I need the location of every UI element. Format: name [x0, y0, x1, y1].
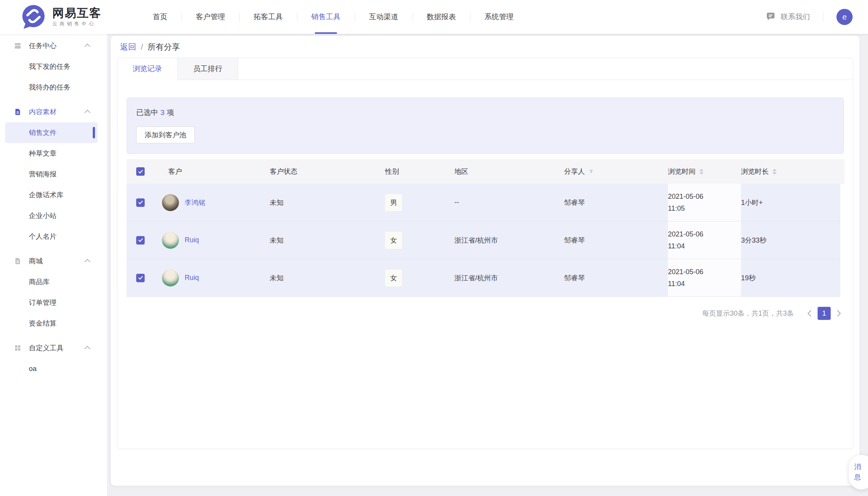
scrollbar-gutter [840, 159, 845, 184]
cell-duration: 1小时+ [741, 184, 840, 221]
table-row: Ruiq 未知 女 浙江省/杭州市 邹睿琴 2021-05-0611:04 3分… [127, 221, 845, 259]
logo-subtitle: 云商销售中心 [52, 21, 102, 27]
column-header-view-time[interactable]: 浏览时间 [668, 159, 741, 184]
app-header: 网易互客 云商销售中心 首页 客户管理 拓客工具 销售工具 互动渠道 数据报表 … [0, 0, 868, 34]
contact-us-button[interactable]: 联系我们 [766, 12, 810, 23]
sidebar-item-label: 销售文件 [29, 128, 57, 137]
tab-content: 已选中3项 添加到客户池 客户 客户状态 性别 地区 [117, 80, 853, 320]
nav-item-home[interactable]: 首页 [139, 0, 182, 34]
user-avatar[interactable]: e [836, 9, 853, 25]
customer-name-link[interactable]: Ruiq [185, 274, 199, 282]
sidebar-group-custom-tools[interactable]: 自定义工具 [0, 338, 107, 358]
cell-sharer: 邹睿琴 [564, 184, 668, 221]
cell-duration: 3分33秒 [741, 221, 840, 259]
view-clock: 11:04 [668, 240, 741, 252]
nav-item-customer-management[interactable]: 客户管理 [182, 0, 239, 34]
select-all-checkbox[interactable] [136, 167, 145, 176]
sidebar-group-task-center[interactable]: 任务中心 [0, 35, 107, 56]
sort-asc-icon[interactable] [773, 169, 776, 171]
sidebar-item-my-todo-tasks[interactable]: 我待办的任务 [0, 77, 107, 98]
column-label: 分享人 [564, 167, 585, 176]
logo-text: 网易互客 云商销售中心 [52, 7, 102, 27]
scrollbar-gutter [840, 184, 845, 221]
row-checkbox[interactable] [136, 236, 145, 245]
page-icon [14, 257, 22, 265]
sidebar-item-my-assigned-tasks[interactable]: 我下发的任务 [0, 56, 107, 77]
chevron-up-icon [84, 43, 90, 50]
sort-desc-icon[interactable] [699, 172, 703, 175]
column-label: 浏览时长 [741, 167, 769, 176]
chat-bubble-icon [766, 12, 775, 23]
sidebar-item-personal-card[interactable]: 个人名片 [0, 226, 107, 247]
cell-sharer: 邹睿琴 [564, 259, 668, 297]
tab-employee-ranking[interactable]: 员工排行 [178, 58, 238, 80]
sidebar-group-label: 自定义工具 [29, 343, 63, 353]
view-clock: 11:05 [668, 203, 741, 215]
sidebar-item-wecom-scripts[interactable]: 企微话术库 [0, 185, 107, 205]
nav-item-system-management[interactable]: 系统管理 [470, 0, 528, 34]
nav-item-sales-tools[interactable]: 销售工具 [297, 0, 355, 34]
nav-item-label: 销售工具 [311, 12, 341, 22]
gender-chip: 女 [385, 270, 402, 286]
selection-prefix: 已选中 [136, 108, 158, 117]
tab-browse-records[interactable]: 浏览记录 [117, 58, 178, 80]
document-icon [14, 108, 22, 116]
sidebar-item-oa[interactable]: oa [0, 358, 107, 379]
sidebar-group-label: 商城 [29, 256, 43, 266]
sidebar-item-product-library[interactable]: 商品库 [0, 271, 107, 292]
current-page-button[interactable]: 1 [818, 307, 831, 320]
customer-name-link[interactable]: Ruiq [185, 236, 199, 244]
logo-title: 网易互客 [52, 7, 102, 19]
view-clock: 11:04 [668, 278, 741, 290]
sort-icons[interactable] [773, 169, 776, 175]
nav-item-data-reports[interactable]: 数据报表 [412, 0, 470, 34]
filter-icon[interactable] [589, 169, 594, 174]
selection-suffix: 项 [167, 108, 174, 117]
sidebar-group-label: 任务中心 [29, 41, 57, 50]
nav-item-interaction-channels[interactable]: 互动渠道 [355, 0, 412, 34]
table-row: 李鸿铭 未知 男 -- 邹睿琴 2021-05-0611:05 1小时+ [127, 184, 845, 221]
back-link[interactable]: 返回 [120, 42, 136, 52]
column-header-status: 客户状态 [270, 159, 385, 184]
sidebar-item-fund-settlement[interactable]: 资金结算 [0, 313, 107, 334]
next-page-button[interactable] [835, 308, 844, 319]
column-header-region: 地区 [454, 159, 564, 184]
pagination: 每页显示30条，共1页，共3条 1 [127, 307, 844, 320]
row-checkbox[interactable] [136, 198, 145, 207]
customer-name-link[interactable]: 李鸿铭 [185, 198, 205, 207]
prev-page-button[interactable] [805, 308, 814, 319]
column-header-sharer: 分享人 [564, 159, 668, 184]
tab-bar: 浏览记录 员工排行 [117, 58, 853, 80]
sidebar-item-company-site[interactable]: 企业小站 [0, 205, 107, 226]
sidebar-group-content-material[interactable]: 内容素材 [0, 102, 107, 122]
cell-gender: 男 [385, 184, 454, 221]
active-nav-indicator [315, 32, 337, 34]
sort-desc-icon[interactable] [773, 172, 776, 175]
sidebar-group-mall[interactable]: 商城 [0, 251, 107, 271]
records-table: 客户 客户状态 性别 地区 分享人 浏览时间 浏览时长 [127, 159, 845, 297]
header-right: 联系我们 e [766, 9, 853, 25]
cell-status: 未知 [270, 184, 385, 221]
view-date: 2021-05-06 [668, 191, 741, 203]
message-button[interactable]: 消息 [849, 455, 868, 489]
view-date: 2021-05-06 [668, 228, 741, 240]
add-to-customer-pool-button[interactable]: 添加到客户池 [136, 126, 195, 143]
column-header-duration[interactable]: 浏览时长 [741, 159, 840, 184]
nav-item-prospecting-tools[interactable]: 拓客工具 [239, 0, 297, 34]
column-header-gender: 性别 [385, 159, 454, 184]
sort-icons[interactable] [699, 169, 703, 175]
sidebar-item-sales-files[interactable]: 销售文件 [5, 122, 98, 143]
customer-avatar [162, 270, 179, 286]
gender-chip: 女 [385, 232, 402, 249]
sidebar-item-marketing-posters[interactable]: 营销海报 [0, 164, 107, 185]
table-header-row: 客户 客户状态 性别 地区 分享人 浏览时间 浏览时长 [127, 159, 845, 184]
breadcrumb-current: 所有分享 [148, 42, 180, 52]
logo: 网易互客 云商销售中心 [21, 4, 102, 30]
sort-asc-icon[interactable] [699, 169, 703, 171]
selection-banner: 已选中3项 添加到客户池 [127, 98, 844, 154]
scrollbar-gutter [840, 221, 845, 259]
cell-region: 浙江省/杭州市 [454, 259, 564, 297]
row-checkbox[interactable] [136, 274, 145, 282]
sidebar-item-order-management[interactable]: 订单管理 [0, 292, 107, 313]
sidebar-item-seeding-articles[interactable]: 种草文章 [0, 143, 107, 164]
